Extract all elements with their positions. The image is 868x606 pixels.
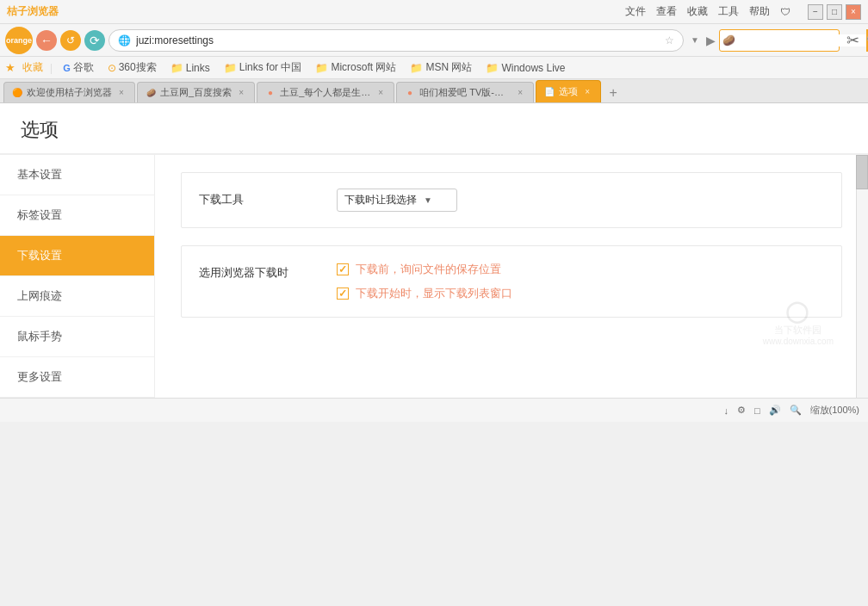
maximize-button[interactable]: □ xyxy=(827,4,842,20)
download-tool-dropdown[interactable]: 下载时让我选择 ▼ xyxy=(337,189,457,212)
folder-icon-3: 📁 xyxy=(315,62,328,74)
app-logo[interactable]: orange xyxy=(5,27,33,54)
tab-label-3: 咱们相爱吧 TV版-第33集_我... xyxy=(419,86,511,99)
tab-options[interactable]: 📄 选项 × xyxy=(536,80,601,102)
menu-favorites[interactable]: 收藏 xyxy=(687,4,708,19)
forward-button[interactable]: ▶ xyxy=(706,34,716,47)
content-wrapper: 选项 基本设置 标签设置 下载设置 上网痕迹 鼠标手势 更多设置 下载工具 xyxy=(0,103,868,398)
download-icon[interactable]: ↓ xyxy=(723,405,728,416)
window-icon[interactable]: □ xyxy=(754,405,760,416)
checkbox-option-2[interactable]: ✓ 下载开始时，显示下载列表窗口 xyxy=(337,286,824,301)
sidebar-item-gesture[interactable]: 鼠标手势 xyxy=(0,317,154,357)
settings-browser-download-section: 选用浏览器下载时 ✓ 下载前，询问文件的保存位置 ✓ xyxy=(181,245,842,318)
folder-icon-5: 📁 xyxy=(486,62,499,74)
folder-icon-1: 📁 xyxy=(170,62,183,74)
google-icon: G xyxy=(63,63,71,73)
tab-tudou[interactable]: ● 土豆_每个人都是生活的导演 × xyxy=(257,82,394,102)
refresh-button[interactable]: ↺ xyxy=(60,30,81,51)
address-input[interactable] xyxy=(136,34,660,46)
tab-welcome[interactable]: 🟠 欢迎使用桔子浏览器 × xyxy=(3,82,135,102)
dropdown-button[interactable]: ▼ xyxy=(687,34,703,46)
checkbox-label-1: 下载前，询问文件的保存位置 xyxy=(356,262,501,277)
tab-close-4[interactable]: × xyxy=(581,86,593,98)
new-tab-button[interactable]: + xyxy=(603,83,623,102)
watermark-circle: ◯ xyxy=(763,300,834,324)
sidebar: 基本设置 标签设置 下载设置 上网痕迹 鼠标手势 更多设置 xyxy=(0,155,155,398)
menu-view[interactable]: 查看 xyxy=(656,4,677,19)
tab-label-0: 欢迎使用桔子浏览器 xyxy=(27,86,112,99)
tabs-bar: 🟠 欢迎使用桔子浏览器 × 🥔 土豆网_百度搜索 × ● 土豆_每个人都是生活的… xyxy=(0,79,868,103)
bookmark-separator-1: | xyxy=(50,62,53,74)
tab-favicon-4: 📄 xyxy=(543,86,555,98)
sidebar-item-tabs[interactable]: 标签设置 xyxy=(0,195,154,236)
bookmark-favorites-label[interactable]: 收藏 xyxy=(22,60,43,75)
bookmark-microsoft[interactable]: 📁 Microsoft 网站 xyxy=(312,60,400,75)
bookmarks-star-icon: ★ xyxy=(5,61,16,74)
bookmark-msn[interactable]: 📁 MSN 网站 xyxy=(406,60,475,75)
checkmark-2: ✓ xyxy=(338,288,347,300)
settings-download-tool-section: 下载工具 下载时让我选择 ▼ xyxy=(181,172,842,228)
tab-close-3[interactable]: × xyxy=(514,87,526,99)
watermark-text-2: www.downxia.com xyxy=(763,337,834,346)
statusbar-right: ↓ ⚙ □ 🔊 🔍 缩放(100%) xyxy=(723,404,859,417)
page-body: 基本设置 标签设置 下载设置 上网痕迹 鼠标手势 更多设置 下载工具 下载时让我… xyxy=(0,155,868,398)
navbar: orange ← ↺ ⟳ 🌐 ☆ ▼ ▶ 🥔 🔍 ✂ xyxy=(0,24,868,57)
content-area: 下载工具 下载时让我选择 ▼ 选用浏览器下载时 xyxy=(155,155,868,398)
tab-show[interactable]: ● 咱们相爱吧 TV版-第33集_我... × xyxy=(396,82,534,102)
bookmark-windowslive[interactable]: 📁 Windows Live xyxy=(482,62,568,74)
download-tool-control: 下载时让我选择 ▼ xyxy=(337,189,824,212)
scissors-icon[interactable]: ✂ xyxy=(843,31,863,50)
tab-close-0[interactable]: × xyxy=(115,87,127,99)
titlebar-left: 桔子浏览器 xyxy=(7,4,59,19)
search-bar: 🥔 🔍 xyxy=(719,29,840,52)
sidebar-item-basic[interactable]: 基本设置 xyxy=(0,155,154,195)
tab-close-2[interactable]: × xyxy=(375,87,387,99)
tab-favicon-2: ● xyxy=(264,87,276,99)
tab-label-1: 土豆网_百度搜索 xyxy=(160,86,232,99)
bookmark-star-icon[interactable]: ☆ xyxy=(665,34,674,46)
browser-download-label: 选用浏览器下载时 xyxy=(199,262,319,281)
sidebar-item-history[interactable]: 上网痕迹 xyxy=(0,276,154,317)
checkbox-label-2: 下载开始时，显示下载列表窗口 xyxy=(356,286,512,301)
close-button[interactable]: × xyxy=(846,4,861,20)
menu-help[interactable]: 帮助 xyxy=(749,4,770,19)
watermark: ◯ 当下软件园 www.downxia.com xyxy=(763,300,834,346)
bookmarks-bar: ★ 收藏 | G 谷歌 ⊙ 360搜索 📁 Links 📁 Links for … xyxy=(0,57,868,79)
page-title: 选项 xyxy=(21,117,847,143)
folder-icon-4: 📁 xyxy=(410,62,423,74)
sound-icon[interactable]: 🔊 xyxy=(769,405,781,416)
checkbox-1[interactable]: ✓ xyxy=(337,263,349,275)
titlebar: 桔子浏览器 文件 查看 收藏 工具 帮助 🛡 − □ × xyxy=(0,0,868,24)
bookmark-links[interactable]: 📁 Links xyxy=(167,62,214,74)
titlebar-right: 文件 查看 收藏 工具 帮助 🛡 − □ × xyxy=(625,4,861,20)
settings-icon[interactable]: ⚙ xyxy=(737,405,746,416)
bookmark-google[interactable]: G 谷歌 xyxy=(59,60,97,75)
sidebar-item-more[interactable]: 更多设置 xyxy=(0,357,154,398)
bookmark-360[interactable]: ⊙ 360搜索 xyxy=(104,60,160,75)
tab-favicon-1: 🥔 xyxy=(145,87,157,99)
tab-close-1[interactable]: × xyxy=(235,87,247,99)
dropdown-value: 下载时让我选择 xyxy=(344,193,417,207)
scrollbar-track: ▲ xyxy=(856,155,868,398)
app-name: 桔子浏览器 xyxy=(7,4,59,19)
sidebar-item-download[interactable]: 下载设置 xyxy=(0,236,154,276)
settings-row-browser-download: 选用浏览器下载时 ✓ 下载前，询问文件的保存位置 ✓ xyxy=(182,246,841,317)
scrollbar-thumb[interactable] xyxy=(856,155,868,189)
back-button[interactable]: ← xyxy=(36,30,57,51)
statusbar: ↓ ⚙ □ 🔊 🔍 缩放(100%) xyxy=(0,398,868,422)
home-button[interactable]: ⟳ xyxy=(84,30,105,51)
checkbox-option-1[interactable]: ✓ 下载前，询问文件的保存位置 xyxy=(337,262,824,277)
search-status-icon[interactable]: 🔍 xyxy=(790,405,802,416)
tab-label-2: 土豆_每个人都是生活的导演 xyxy=(280,86,371,99)
tab-tudou-baidu[interactable]: 🥔 土豆网_百度搜索 × xyxy=(137,82,255,102)
menu-tools[interactable]: 工具 xyxy=(718,4,739,19)
zoom-text[interactable]: 缩放(100%) xyxy=(810,404,859,417)
checkbox-2[interactable]: ✓ xyxy=(337,288,349,300)
address-bar[interactable]: 🌐 ☆ xyxy=(108,29,684,52)
minimize-button[interactable]: − xyxy=(808,4,823,20)
bookmark-links-china[interactable]: 📁 Links for 中国 xyxy=(220,60,306,75)
tab-favicon-0: 🟠 xyxy=(11,87,23,99)
browser-download-control: ✓ 下载前，询问文件的保存位置 ✓ 下载开始时，显示下载列表窗口 xyxy=(337,262,824,301)
search-favicon: 🥔 xyxy=(720,32,737,49)
menu-file[interactable]: 文件 xyxy=(625,4,646,19)
